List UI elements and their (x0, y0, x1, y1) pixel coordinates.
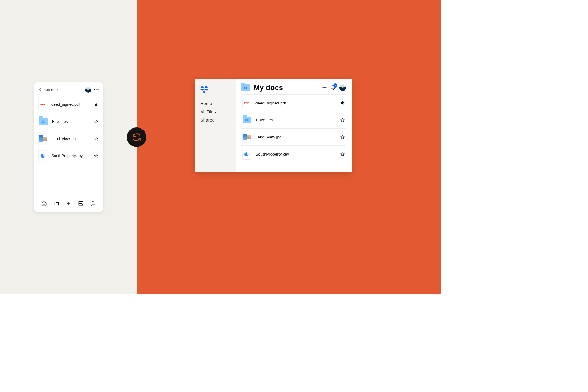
file-row[interactable]: Favorites (38, 113, 99, 130)
star-outline-icon (94, 153, 99, 158)
file-name: Favorites (52, 119, 89, 124)
home-icon (41, 201, 47, 206)
nav-files-button[interactable] (53, 200, 59, 206)
file-row[interactable]: SouthProperty.key (241, 146, 346, 163)
pdf-file-icon: PDF (243, 98, 251, 108)
file-row[interactable]: PDF deed_signed.pdf (241, 94, 346, 111)
svg-point-0 (94, 89, 95, 90)
sync-indicator (127, 127, 146, 147)
svg-point-5 (244, 87, 245, 88)
desktop-sidebar: Home All Files Shared (195, 79, 236, 172)
more-horizontal-icon (94, 89, 99, 90)
dropbox-logo-icon (200, 86, 208, 93)
nav-account-button[interactable] (90, 200, 96, 206)
mobile-folder-title: My docs (45, 88, 59, 92)
mobile-header: My docs (34, 82, 103, 96)
sidebar-link-all-files[interactable]: All Files (200, 109, 230, 114)
desktop-folder-title: My docs (254, 83, 283, 92)
file-row[interactable]: Land_view.jpg (38, 130, 99, 147)
file-row[interactable]: SouthProperty.key (38, 147, 99, 164)
desktop-header: My docs 3 (241, 83, 346, 92)
person-icon (91, 201, 96, 206)
folder-icon (243, 117, 251, 123)
file-name: Land_view.jpg (51, 137, 89, 141)
svg-point-4 (92, 201, 94, 203)
avatar[interactable] (339, 84, 346, 91)
star-toggle[interactable] (340, 152, 345, 157)
star-toggle[interactable] (94, 136, 99, 141)
star-outline-icon (94, 136, 99, 141)
star-toggle[interactable] (340, 135, 345, 140)
star-outline-icon (340, 152, 345, 157)
mobile-app-window: My docs PDF deed_signed.pdf Favorites (34, 82, 103, 212)
pie-chart-icon (244, 152, 249, 156)
nav-photos-button[interactable] (78, 200, 84, 206)
back-button[interactable] (38, 88, 42, 92)
sync-icon (131, 132, 142, 142)
file-row[interactable]: PDF deed_signed.pdf (38, 96, 99, 113)
avatar[interactable] (85, 87, 91, 93)
svg-rect-3 (79, 201, 83, 205)
notifications-button[interactable]: 3 (331, 85, 336, 90)
file-row[interactable]: Land_view.jpg (241, 129, 346, 146)
keynote-file-icon (39, 151, 47, 161)
star-outline-icon (94, 119, 99, 124)
star-toggle[interactable] (340, 118, 345, 123)
file-name: deed_signed.pdf (255, 101, 335, 105)
sidebar-link-shared[interactable]: Shared (200, 118, 230, 123)
star-outline-icon (340, 118, 345, 123)
image-file-icon (243, 132, 251, 142)
file-name: SouthProperty.key (255, 152, 335, 156)
sidebar-link-home[interactable]: Home (200, 101, 230, 106)
svg-point-1 (96, 89, 96, 90)
photos-icon (78, 201, 84, 206)
nav-home-button[interactable] (41, 200, 47, 206)
star-toggle[interactable] (94, 153, 99, 158)
svg-point-6 (246, 87, 247, 88)
nav-add-button[interactable] (66, 200, 72, 206)
notification-badge: 3 (333, 83, 337, 88)
mobile-file-list: PDF deed_signed.pdf Favorites Land_view.… (34, 96, 103, 196)
list-icon (322, 85, 327, 90)
dropbox-logo[interactable] (200, 86, 208, 93)
folder-icon (39, 118, 48, 125)
keynote-file-icon (243, 149, 251, 159)
file-name: Favorites (256, 118, 335, 122)
people-glyph-icon (243, 86, 248, 89)
file-name: SouthProperty.key (51, 154, 89, 158)
sidebar-links: Home All Files Shared (200, 101, 230, 123)
folder-outline-icon (54, 201, 59, 206)
file-name: Land_view.jpg (255, 135, 335, 139)
dropbox-glyph-icon (245, 119, 249, 121)
dropbox-glyph-icon (41, 120, 45, 123)
star-filled-icon (340, 100, 345, 105)
star-toggle[interactable] (340, 100, 345, 105)
plus-icon (66, 201, 71, 206)
shared-folder-icon (241, 84, 250, 91)
file-name: deed_signed.pdf (51, 102, 89, 107)
chevron-left-icon (39, 88, 42, 92)
star-outline-icon (340, 135, 345, 140)
view-options-button[interactable] (322, 85, 327, 90)
desktop-app-window: Home All Files Shared My docs 3 PDF deed (195, 79, 352, 172)
desktop-file-list: PDF deed_signed.pdf Favorites Land_view.… (241, 94, 346, 170)
pie-chart-icon (41, 154, 45, 158)
more-options-button[interactable] (94, 89, 99, 90)
star-toggle[interactable] (94, 102, 99, 107)
mobile-bottom-nav (34, 196, 103, 212)
svg-point-2 (97, 89, 98, 90)
file-row[interactable]: Favorites (241, 111, 346, 129)
desktop-main: My docs 3 PDF deed_signed.pdf (236, 79, 352, 172)
star-toggle[interactable] (94, 119, 99, 124)
pdf-file-icon: PDF (39, 99, 47, 110)
star-filled-icon (94, 102, 99, 107)
image-file-icon (39, 134, 47, 144)
